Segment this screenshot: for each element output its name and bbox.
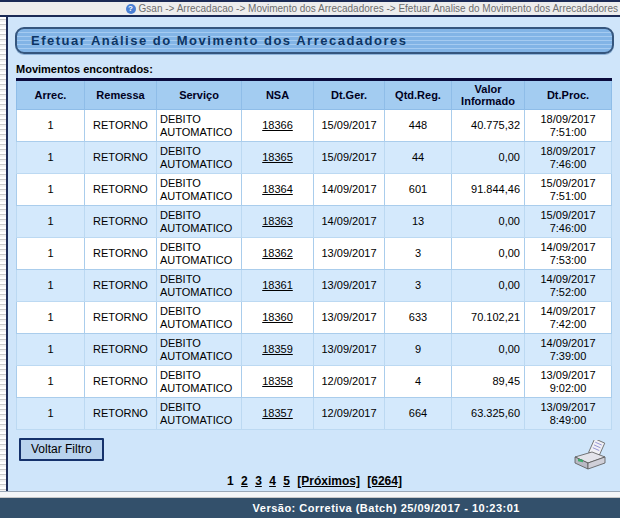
cell-remessa: RETORNO (85, 398, 157, 430)
nsa-link[interactable]: 18361 (262, 279, 293, 291)
pagination-page-5[interactable]: 5 (283, 474, 290, 488)
cell-arrec: 1 (17, 174, 85, 206)
nsa-link[interactable]: 18364 (262, 183, 293, 195)
table-row: 1RETORNODEBITO AUTOMATICO1836314/09/2017… (17, 206, 612, 238)
cell-remessa: RETORNO (85, 366, 157, 398)
cell-servico: DEBITO AUTOMATICO (157, 174, 242, 206)
table-row: 1RETORNODEBITO AUTOMATICO1835712/09/2017… (17, 398, 612, 430)
breadcrumb: Gsan -> Arrecadacao -> Movimento dos Arr… (139, 3, 618, 14)
cell-servico: DEBITO AUTOMATICO (157, 398, 242, 430)
cell-qtd-reg: 13 (385, 206, 452, 238)
cell-arrec: 1 (17, 142, 85, 174)
cell-dt-ger: 14/09/2017 (314, 206, 385, 238)
cell-remessa: RETORNO (85, 334, 157, 366)
col-header-arrec: Arrec. (17, 80, 85, 110)
cell-servico: DEBITO AUTOMATICO (157, 334, 242, 366)
cell-arrec: 1 (17, 238, 85, 270)
col-header-valor: Valor Informado (452, 80, 525, 110)
cell-servico: DEBITO AUTOMATICO (157, 366, 242, 398)
voltar-filtro-button[interactable]: Voltar Filtro (19, 438, 104, 461)
cell-remessa: RETORNO (85, 174, 157, 206)
cell-servico: DEBITO AUTOMATICO (157, 142, 242, 174)
cell-dt-ger: 15/09/2017 (314, 110, 385, 142)
cell-qtd-reg: 3 (385, 270, 452, 302)
cell-arrec: 1 (17, 334, 85, 366)
cell-nsa: 18366 (242, 110, 314, 142)
cell-remessa: RETORNO (85, 270, 157, 302)
cell-nsa: 18361 (242, 270, 314, 302)
cell-valor: 40.775,32 (452, 110, 525, 142)
cell-arrec: 1 (17, 270, 85, 302)
cell-remessa: RETORNO (85, 238, 157, 270)
cell-dt-ger: 13/09/2017 (314, 270, 385, 302)
cell-qtd-reg: 3 (385, 238, 452, 270)
cell-qtd-reg: 664 (385, 398, 452, 430)
cell-remessa: RETORNO (85, 142, 157, 174)
col-header-qtdreg: Qtd.Reg. (385, 80, 452, 110)
col-header-dtproc: Dt.Proc. (525, 80, 612, 110)
cell-arrec: 1 (17, 110, 85, 142)
printer-icon[interactable] (572, 440, 608, 476)
table-row: 1RETORNODEBITO AUTOMATICO1836615/09/2017… (17, 110, 612, 142)
cell-servico: DEBITO AUTOMATICO (157, 238, 242, 270)
cell-arrec: 1 (17, 366, 85, 398)
movements-table: Arrec. Remessa Serviço NSA Dt.Ger. Qtd.R… (16, 78, 612, 430)
table-row: 1RETORNODEBITO AUTOMATICO1836414/09/2017… (17, 174, 612, 206)
cell-valor: 91.844,46 (452, 174, 525, 206)
movements-table-body: 1RETORNODEBITO AUTOMATICO1836615/09/2017… (17, 110, 612, 430)
table-row: 1RETORNODEBITO AUTOMATICO1835812/09/2017… (17, 366, 612, 398)
pagination: 1 2 3 4 5 [Próximos] [6264] (13, 474, 616, 488)
col-header-remessa: Remessa (85, 80, 157, 110)
pagination-next-link[interactable]: [Próximos] (297, 474, 360, 488)
nsa-link[interactable]: 18365 (262, 151, 293, 163)
cell-valor: 0,00 (452, 334, 525, 366)
cell-nsa: 18365 (242, 142, 314, 174)
nsa-link[interactable]: 18366 (262, 119, 293, 131)
pagination-last-link[interactable]: [6264] (367, 474, 402, 488)
cell-qtd-reg: 4 (385, 366, 452, 398)
section-label: Movimentos encontrados: (16, 63, 616, 75)
version-text: Versão: Corretiva (Batch) 25/09/2017 - 1… (253, 502, 520, 514)
nsa-link[interactable]: 18357 (262, 407, 293, 419)
col-header-servico: Serviço (157, 80, 242, 110)
cell-dt-proc: 13/09/2017 8:49:00 (525, 398, 612, 430)
footer-bar: Versão: Corretiva (Batch) 25/09/2017 - 1… (0, 498, 620, 518)
pagination-page-3[interactable]: 3 (255, 474, 262, 488)
page-title-bar: Efetuar Análise do Movimento dos Arrecad… (15, 27, 614, 54)
table-row: 1RETORNODEBITO AUTOMATICO1836515/09/2017… (17, 142, 612, 174)
cell-dt-proc: 14/09/2017 7:42:00 (525, 302, 612, 334)
cell-dt-ger: 13/09/2017 (314, 302, 385, 334)
cell-dt-proc: 14/09/2017 7:39:00 (525, 334, 612, 366)
cell-servico: DEBITO AUTOMATICO (157, 302, 242, 334)
cell-dt-proc: 14/09/2017 7:53:00 (525, 238, 612, 270)
cell-nsa: 18364 (242, 174, 314, 206)
nsa-link[interactable]: 18363 (262, 215, 293, 227)
nsa-link[interactable]: 18362 (262, 247, 293, 259)
nsa-link[interactable]: 18358 (262, 375, 293, 387)
table-row: 1RETORNODEBITO AUTOMATICO1836213/09/2017… (17, 238, 612, 270)
left-frame-edge (0, 17, 8, 491)
cell-qtd-reg: 601 (385, 174, 452, 206)
cell-servico: DEBITO AUTOMATICO (157, 270, 242, 302)
cell-remessa: RETORNO (85, 302, 157, 334)
cell-nsa: 18357 (242, 398, 314, 430)
cell-nsa: 18359 (242, 334, 314, 366)
table-row: 1RETORNODEBITO AUTOMATICO1836013/09/2017… (17, 302, 612, 334)
pagination-page-4[interactable]: 4 (269, 474, 276, 488)
cell-valor: 0,00 (452, 270, 525, 302)
cell-dt-proc: 13/09/2017 9:02:00 (525, 366, 612, 398)
table-header-row: Arrec. Remessa Serviço NSA Dt.Ger. Qtd.R… (17, 80, 612, 110)
question-icon[interactable]: ? (126, 4, 136, 14)
cell-dt-proc: 15/09/2017 7:51:00 (525, 174, 612, 206)
nsa-link[interactable]: 18360 (262, 311, 293, 323)
cell-servico: DEBITO AUTOMATICO (157, 206, 242, 238)
pagination-page-2[interactable]: 2 (241, 474, 248, 488)
breadcrumb-bar: ? Gsan -> Arrecadacao -> Movimento dos A… (0, 2, 620, 17)
nsa-link[interactable]: 18359 (262, 343, 293, 355)
cell-qtd-reg: 44 (385, 142, 452, 174)
cell-dt-ger: 14/09/2017 (314, 174, 385, 206)
table-row: 1RETORNODEBITO AUTOMATICO1835913/09/2017… (17, 334, 612, 366)
cell-dt-ger: 13/09/2017 (314, 334, 385, 366)
gsan-window: ? Gsan -> Arrecadacao -> Movimento dos A… (0, 0, 620, 518)
content-area: Efetuar Análise do Movimento dos Arrecad… (8, 17, 620, 491)
